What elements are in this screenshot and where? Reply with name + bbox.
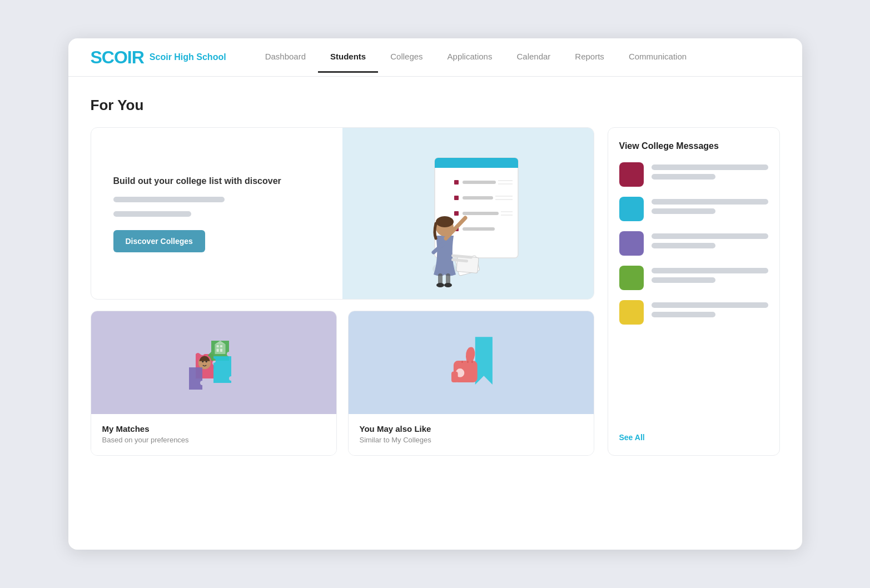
sidebar-title: View College Messages — [619, 141, 768, 151]
nav-colleges[interactable]: Colleges — [378, 52, 435, 73]
svg-rect-7 — [454, 196, 459, 200]
college-message-lines-3 — [652, 231, 768, 248]
bottom-cards: My Matches Based on your preferences — [91, 311, 594, 456]
nav-students[interactable]: Students — [318, 52, 378, 73]
svg-rect-36 — [217, 345, 219, 347]
svg-rect-4 — [463, 181, 496, 184]
svg-rect-34 — [217, 348, 219, 352]
college-message-lines-5 — [652, 300, 768, 317]
msg-line — [652, 165, 768, 170]
nav-applications[interactable]: Applications — [435, 52, 505, 73]
svg-rect-12 — [463, 212, 499, 215]
svg-point-25 — [444, 283, 452, 287]
discover-colleges-button[interactable]: Discover Colleges — [113, 230, 205, 252]
my-matches-title: My Matches — [102, 424, 325, 433]
you-may-like-subtitle: Similar to My Colleges — [360, 436, 583, 444]
hero-line-1 — [113, 197, 225, 202]
svg-rect-44 — [451, 371, 458, 382]
msg-line — [652, 174, 716, 180]
svg-point-24 — [436, 283, 444, 287]
nav-reports[interactable]: Reports — [563, 52, 617, 73]
college-message-item[interactable] — [619, 162, 768, 187]
page-title: For You — [91, 97, 780, 114]
svg-point-21 — [436, 216, 454, 227]
see-all-link[interactable]: See All — [619, 433, 768, 442]
school-name: Scoir High School — [150, 52, 226, 62]
nav-calendar[interactable]: Calendar — [504, 52, 563, 73]
svg-rect-37 — [220, 345, 222, 347]
svg-rect-16 — [463, 227, 495, 231]
hero-line-2 — [113, 211, 191, 217]
college-message-item[interactable] — [619, 300, 768, 325]
hero-card: Build out your college list with discove… — [91, 127, 594, 300]
college-logo-1 — [619, 162, 644, 187]
svg-rect-27 — [456, 256, 478, 273]
msg-line — [652, 277, 716, 283]
my-matches-card[interactable]: My Matches Based on your preferences — [91, 311, 337, 456]
college-message-item[interactable] — [619, 266, 768, 290]
msg-line — [652, 312, 716, 317]
college-message-lines-1 — [652, 162, 768, 180]
svg-rect-35 — [220, 348, 222, 352]
logo-area: SCOIR Scoir High School — [91, 48, 226, 76]
college-message-lines-4 — [652, 266, 768, 283]
hero-heading: Build out your college list with discove… — [113, 175, 320, 188]
hero-illustration — [342, 128, 594, 299]
svg-rect-8 — [463, 196, 493, 200]
svg-rect-2 — [435, 165, 518, 168]
svg-rect-3 — [454, 180, 459, 185]
college-logo-5 — [619, 300, 644, 325]
my-matches-subtitle: Based on your preferences — [102, 436, 325, 444]
hero-illustration-svg — [401, 136, 535, 291]
college-logo-2 — [619, 197, 644, 221]
you-may-like-body: You May also Like Similar to My Colleges — [349, 414, 594, 455]
my-matches-body: My Matches Based on your preferences — [91, 414, 336, 455]
msg-line — [652, 268, 768, 273]
msg-line — [652, 208, 716, 214]
college-message-lines-2 — [652, 197, 768, 214]
college-message-list — [619, 162, 768, 422]
puzzle-illustration — [169, 324, 258, 402]
my-matches-image — [91, 311, 336, 414]
logo: SCOIR — [91, 48, 144, 66]
thumbs-illustration — [432, 327, 510, 399]
college-logo-3 — [619, 231, 644, 256]
app-window: SCOIR Scoir High School Dashboard Studen… — [68, 38, 802, 550]
content-grid: Build out your college list with discove… — [91, 127, 780, 456]
left-section: Build out your college list with discove… — [91, 127, 594, 456]
svg-rect-11 — [454, 211, 459, 216]
main-nav: Dashboard Students Colleges Applications… — [253, 52, 699, 73]
msg-line — [652, 302, 768, 308]
you-may-like-card[interactable]: You May also Like Similar to My Colleges — [348, 311, 594, 456]
you-may-like-title: You May also Like — [360, 424, 583, 433]
nav-communication[interactable]: Communication — [617, 52, 699, 73]
msg-line — [652, 199, 768, 205]
main-content: For You Build out your college list with… — [68, 77, 802, 478]
nav-dashboard[interactable]: Dashboard — [253, 52, 318, 73]
you-may-like-image — [349, 311, 594, 414]
college-message-item[interactable] — [619, 197, 768, 221]
right-sidebar: View College Messages — [608, 127, 780, 456]
msg-line — [652, 243, 716, 248]
college-logo-4 — [619, 266, 644, 290]
header: SCOIR Scoir High School Dashboard Studen… — [68, 38, 802, 77]
hero-text-area: Build out your college list with discove… — [91, 128, 342, 299]
msg-line — [652, 233, 768, 239]
college-message-item[interactable] — [619, 231, 768, 256]
